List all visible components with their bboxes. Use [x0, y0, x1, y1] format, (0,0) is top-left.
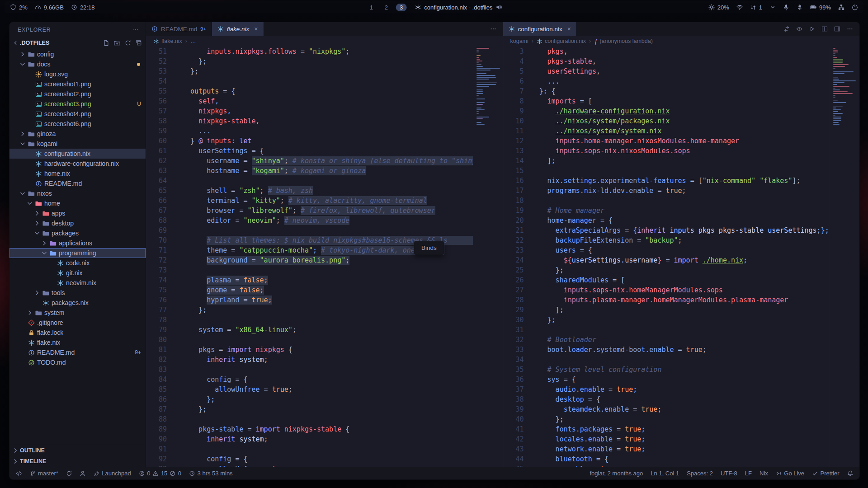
open-changes-icon[interactable] — [783, 26, 790, 32]
more-actions-icon[interactable] — [490, 26, 496, 32]
status-account[interactable] — [80, 470, 86, 477]
tree-item-kogami[interactable]: kogami — [9, 139, 146, 149]
tree-item-screenshot1-png[interactable]: screenshot1.png — [9, 79, 146, 89]
tree-item-screenshot4-png[interactable]: screenshot4.png — [9, 109, 146, 119]
timeline-section[interactable]: TIMELINE — [9, 456, 146, 467]
toggle-layout-icon[interactable] — [834, 26, 840, 32]
status-go-live[interactable]: Go Live — [776, 470, 804, 477]
topbar-net-traffic[interactable]: 1 — [750, 4, 762, 11]
tree-item-configuration-nix[interactable]: configuration.nix — [9, 149, 146, 159]
tree-item-desktop[interactable]: desktop — [9, 218, 146, 228]
workspace-1[interactable]: 1 — [366, 4, 377, 11]
tree-item-readme-md[interactable]: README.md9+ — [9, 347, 146, 357]
tree-item--gitignore[interactable]: .gitignore — [9, 318, 146, 328]
topbar-brightness[interactable]: 20% — [708, 4, 729, 11]
chevron-right-icon[interactable] — [19, 131, 26, 137]
tree-item-nixos[interactable]: nixos — [9, 188, 146, 198]
explorer-more-actions-icon[interactable] — [133, 27, 138, 33]
chevron-right-icon[interactable] — [34, 220, 40, 226]
breadcrumb-item[interactable]: configuration.nix — [537, 38, 586, 44]
tree-item-todo-md[interactable]: TODO.md — [9, 357, 146, 367]
code-editor-flake-nix[interactable]: 51 inputs.nixpkgs.follows = "nixpkgs";52… — [146, 47, 503, 467]
chevron-right-icon[interactable] — [34, 210, 40, 216]
workspace-3[interactable]: 3 — [396, 4, 406, 11]
code-editor-configuration-nix[interactable]: 3 pkgs,4 pkgs-stable,5 userSettings,6 ..… — [503, 47, 860, 467]
chevron-down-icon[interactable] — [19, 61, 26, 67]
topbar-clock[interactable]: 22:18 — [71, 4, 95, 11]
tab-configuration-nix[interactable]: configuration.nix× — [503, 22, 577, 36]
status-git-blame[interactable]: foglar, 2 months ago — [590, 470, 643, 477]
open-preview-icon[interactable] — [796, 26, 802, 32]
tree-item-programming[interactable]: programming — [9, 248, 146, 258]
minimap[interactable] — [473, 47, 503, 467]
tree-item-config[interactable]: config — [9, 49, 146, 59]
workspace-root-row[interactable]: .DOTFILES — [9, 38, 146, 48]
chevron-right-icon[interactable] — [19, 51, 26, 57]
workspace-2[interactable]: 2 — [381, 4, 392, 11]
status-git-branch[interactable]: master* — [30, 470, 58, 477]
status-wakatime[interactable]: 3 hrs 53 mins — [189, 470, 233, 477]
tree-item-screenshot3-png[interactable]: screenshot3.pngU — [9, 99, 146, 109]
tree-item-code-nix[interactable]: code.nix — [9, 258, 146, 268]
new-folder-icon[interactable] — [114, 40, 120, 46]
chevron-down-icon[interactable] — [19, 141, 26, 147]
tree-item-flake-lock[interactable]: flake.lock — [9, 328, 146, 338]
tree-item-git-nix[interactable]: git.nix — [9, 268, 146, 278]
more-actions-icon[interactable] — [847, 26, 853, 32]
status-remote-indicator[interactable] — [16, 470, 22, 477]
tree-item-system[interactable]: system — [9, 308, 146, 318]
topbar-battery[interactable]: 99% — [810, 4, 831, 11]
status-notifications[interactable] — [847, 470, 854, 477]
status-sync-changes[interactable] — [66, 470, 72, 477]
topbar-microphone[interactable] — [783, 4, 789, 10]
topbar-wifi[interactable] — [736, 4, 743, 10]
minimap[interactable] — [830, 47, 859, 467]
tree-item-flake-nix[interactable]: flake.nix — [9, 338, 146, 347]
chevron-down-icon[interactable] — [34, 230, 40, 236]
tree-item-logo-svg[interactable]: logo.svg — [9, 69, 146, 79]
topbar-memory[interactable]: 9.66GB — [35, 4, 64, 11]
tree-item-packages[interactable]: packages — [9, 228, 146, 238]
topbar-network[interactable] — [838, 4, 844, 10]
collapse-folders-icon[interactable] — [136, 40, 142, 46]
breadcrumb-item[interactable]: … — [190, 38, 196, 44]
tree-item-screenshot2-png[interactable]: screenshot2.png — [9, 89, 146, 99]
status-problems[interactable]: 0150 — [139, 470, 181, 477]
tree-item-packages-nix[interactable]: packages.nix — [9, 298, 146, 308]
status-indentation[interactable]: Spaces: 2 — [687, 470, 713, 477]
split-editor-icon[interactable] — [821, 26, 828, 32]
breadcrumb-item[interactable]: kogami — [510, 38, 528, 44]
status-language-mode[interactable]: Nix — [760, 470, 768, 477]
tree-item-home-nix[interactable]: home.nix — [9, 169, 146, 178]
close-tab-icon[interactable]: × — [567, 25, 571, 33]
topbar-power[interactable] — [852, 4, 858, 10]
tree-item-readme-md[interactable]: README.md — [9, 178, 146, 188]
status-cursor-position[interactable]: Ln 1, Col 1 — [651, 470, 679, 477]
topbar-cpu[interactable]: 2% — [10, 4, 28, 11]
chevron-down-icon[interactable] — [41, 250, 47, 256]
tree-item-hardware-configuration-nix[interactable]: hardware-configuration.nix — [9, 159, 146, 169]
outline-section[interactable]: OUTLINE — [9, 445, 146, 456]
status-prettier[interactable]: Prettier — [812, 470, 839, 477]
tree-item-apps[interactable]: apps — [9, 208, 146, 218]
status-launchpad[interactable]: Launchpad — [94, 470, 131, 477]
chevron-right-icon[interactable] — [34, 290, 40, 296]
tree-item-ginoza[interactable]: ginoza — [9, 129, 146, 139]
breadcrumb-item[interactable]: flake.nix — [153, 38, 182, 44]
status-encoding[interactable]: UTF-8 — [721, 470, 737, 477]
tree-item-docs[interactable]: docs — [9, 59, 146, 69]
topbar-tray-expand[interactable] — [769, 4, 776, 10]
chevron-right-icon[interactable] — [41, 240, 47, 246]
tree-item-tools[interactable]: tools — [9, 288, 146, 298]
tree-item-screenshot6-png[interactable]: screenshot6.png — [9, 119, 146, 129]
tree-item-neovim-nix[interactable]: neovim.nix — [9, 278, 146, 288]
tree-item-applications[interactable]: applications — [9, 238, 146, 248]
new-file-icon[interactable] — [103, 40, 109, 46]
run-file-icon[interactable] — [809, 26, 815, 32]
tab-readme-md[interactable]: README.md9+ — [146, 22, 212, 36]
chevron-right-icon[interactable] — [27, 310, 33, 316]
chevron-down-icon[interactable] — [19, 190, 26, 197]
breadcrumb-item[interactable]: ƒ(anonymous lambda) — [594, 38, 653, 45]
chevron-down-icon[interactable] — [27, 200, 33, 206]
topbar-bluetooth[interactable] — [797, 4, 803, 10]
